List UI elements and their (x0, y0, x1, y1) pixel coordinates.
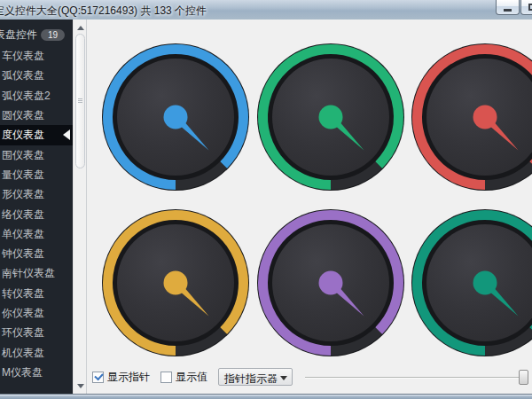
gauge-purple (256, 208, 405, 357)
window-body: 表盘控件 19 车仪表盘弧仪表盘弧仪表盘2圆仪表盘度仪表盘围仪表盘量仪表盘形仪表… (0, 20, 532, 394)
gauge-blue (101, 43, 250, 192)
sidebar-item[interactable]: 围仪表盘 (0, 145, 73, 165)
settings-toolbar: 显示指针 显示值 指针指示器 (92, 368, 528, 386)
arrow-up-icon (77, 26, 84, 30)
sidebar-item[interactable]: 南针仪表盘 (0, 263, 73, 283)
minimize-button[interactable] (496, 0, 520, 15)
sidebar-item[interactable]: 度仪表盘 (0, 125, 73, 145)
gauge-teal (411, 208, 532, 357)
sidebar-header-label: 表盘控件 (0, 27, 37, 43)
scroll-down-button[interactable] (74, 380, 86, 391)
gauge-gold (101, 208, 250, 357)
gauge-red (411, 43, 532, 192)
sidebar-item[interactable]: 机仪表盘 (0, 343, 73, 363)
scrollbar-thumb[interactable] (75, 34, 85, 168)
scroll-up-button[interactable] (74, 22, 86, 33)
chevron-down-icon (280, 376, 287, 380)
dropdown-value: 指针指示器 (224, 372, 278, 387)
sidebar-header: 表盘控件 19 (0, 25, 73, 44)
slider-track[interactable] (305, 377, 528, 379)
maximize-icon (528, 4, 532, 11)
maximize-button[interactable] (520, 0, 532, 15)
show-pointer-checkbox[interactable] (92, 372, 104, 383)
selected-item-arrow-icon (63, 129, 70, 140)
sidebar-item[interactable]: 弧仪表盘2 (0, 86, 73, 106)
sidebar-count-badge: 19 (41, 29, 65, 41)
titlebar: 定义控件大全(QQ:517216493) 共 133 个控件 (0, 0, 532, 20)
sidebar-item[interactable]: 络仪表盘 (0, 205, 73, 224)
sidebar: 表盘控件 19 车仪表盘弧仪表盘弧仪表盘2圆仪表盘度仪表盘围仪表盘量仪表盘形仪表… (0, 20, 73, 394)
sidebar-scrollbar[interactable] (73, 20, 86, 394)
sidebar-item[interactable]: 车仪表盘 (0, 46, 73, 66)
show-pointer-label: 显示指针 (107, 370, 150, 385)
sidebar-item[interactable]: 圆仪表盘 (0, 106, 73, 125)
show-value-label: 显示值 (176, 370, 207, 385)
show-value-checkbox[interactable] (160, 372, 172, 383)
window-bottom-border (0, 394, 532, 399)
sidebar-item[interactable]: M仪表盘 (0, 363, 73, 382)
sidebar-item[interactable]: 转仪表盘 (0, 284, 73, 303)
scrollbar-grip-icon (78, 98, 82, 104)
gauge-green (256, 43, 405, 192)
arrow-down-icon (77, 384, 84, 388)
window-controls (496, 0, 532, 15)
sidebar-item[interactable]: 环仪表盘 (0, 323, 73, 342)
sidebar-item[interactable]: 量仪表盘 (0, 165, 73, 184)
sidebar-item[interactable]: 单仪表盘 (0, 224, 73, 244)
main-area: 显示指针 显示值 指针指示器 (86, 20, 532, 394)
window-title: 定义控件大全(QQ:517216493) 共 133 个控件 (0, 4, 207, 19)
minimize-icon (504, 9, 512, 12)
app-window: 定义控件大全(QQ:517216493) 共 133 个控件 表盘控件 19 车… (0, 0, 532, 399)
sidebar-item-list: 车仪表盘弧仪表盘弧仪表盘2圆仪表盘度仪表盘围仪表盘量仪表盘形仪表盘络仪表盘单仪表… (0, 46, 73, 382)
sidebar-item[interactable]: 弧仪表盘 (0, 66, 73, 85)
pointer-style-dropdown[interactable]: 指针指示器 (218, 368, 293, 386)
sidebar-item[interactable]: 你仪表盘 (0, 303, 73, 323)
value-slider[interactable] (305, 370, 528, 385)
sidebar-item[interactable]: 形仪表盘 (0, 184, 73, 204)
sidebar-item[interactable]: 钟仪表盘 (0, 244, 73, 263)
slider-handle[interactable] (519, 370, 528, 385)
